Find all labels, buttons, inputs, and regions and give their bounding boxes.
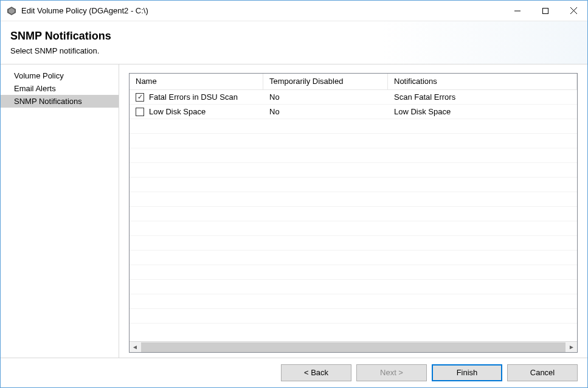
horizontal-scrollbar[interactable]: ◄ ► bbox=[130, 341, 577, 352]
table-row-empty bbox=[130, 134, 577, 148]
row-notifications: Low Disk Space bbox=[388, 107, 577, 116]
table-row-empty bbox=[130, 192, 577, 207]
svg-rect-3 bbox=[543, 8, 548, 13]
sidebar: Volume Policy Email Alerts SNMP Notifica… bbox=[1, 64, 119, 358]
window-title: Edit Volume Policy (DGAgent2 - C:\) bbox=[21, 6, 503, 15]
table-row-empty bbox=[130, 280, 577, 294]
table-row-empty bbox=[130, 251, 577, 265]
row-disabled: No bbox=[263, 92, 388, 102]
sidebar-item-snmp-notifications[interactable]: SNMP Notifications bbox=[1, 95, 119, 108]
next-button: Next > bbox=[356, 364, 427, 381]
table-row-empty bbox=[130, 207, 577, 221]
table-row-empty bbox=[130, 294, 577, 309]
row-name: Low Disk Space bbox=[149, 107, 206, 116]
column-header-notifications[interactable]: Notifications bbox=[388, 74, 577, 89]
table-row-empty bbox=[130, 265, 577, 280]
row-name: Fatal Errors in DSU Scan bbox=[149, 92, 238, 102]
table-row[interactable]: ✓ Fatal Errors in DSU Scan No Scan Fatal… bbox=[130, 90, 577, 105]
footer: < Back Next > Finish Cancel bbox=[1, 358, 587, 387]
main-panel: Name Temporarily Disabled Notifications … bbox=[119, 64, 587, 358]
table-header: Name Temporarily Disabled Notifications bbox=[130, 74, 577, 90]
table-row[interactable]: Low Disk Space No Low Disk Space bbox=[130, 105, 577, 119]
table-row-empty bbox=[130, 163, 577, 178]
table-row-empty bbox=[130, 178, 577, 192]
app-icon bbox=[7, 6, 16, 16]
finish-button[interactable]: Finish bbox=[432, 364, 502, 381]
close-button[interactable] bbox=[559, 1, 587, 21]
row-checkbox[interactable]: ✓ bbox=[136, 93, 144, 102]
sidebar-item-email-alerts[interactable]: Email Alerts bbox=[1, 82, 119, 95]
scroll-left-icon[interactable]: ◄ bbox=[130, 342, 140, 352]
body-container: Volume Policy Email Alerts SNMP Notifica… bbox=[1, 64, 587, 358]
page-title: SNMP Notifications bbox=[10, 30, 578, 43]
column-header-name[interactable]: Name bbox=[130, 74, 263, 89]
table-row-empty bbox=[130, 221, 577, 236]
titlebar: Edit Volume Policy (DGAgent2 - C:\) bbox=[1, 1, 587, 21]
back-button[interactable]: < Back bbox=[281, 364, 351, 381]
minimize-button[interactable] bbox=[503, 1, 531, 21]
notifications-table: Name Temporarily Disabled Notifications … bbox=[129, 73, 578, 353]
table-row-empty bbox=[130, 148, 577, 163]
table-row-empty bbox=[130, 236, 577, 251]
table-row-empty bbox=[130, 119, 577, 134]
row-notifications: Scan Fatal Errors bbox=[388, 92, 577, 102]
scroll-thumb[interactable] bbox=[141, 342, 566, 352]
window-controls bbox=[503, 1, 587, 21]
row-checkbox[interactable] bbox=[136, 108, 144, 116]
page-subtitle: Select SNMP notification. bbox=[10, 46, 578, 55]
cancel-button[interactable]: Cancel bbox=[507, 364, 578, 381]
column-header-disabled[interactable]: Temporarily Disabled bbox=[263, 74, 388, 89]
scroll-right-icon[interactable]: ► bbox=[566, 342, 577, 352]
table-body: ✓ Fatal Errors in DSU Scan No Scan Fatal… bbox=[130, 90, 577, 341]
row-disabled: No bbox=[263, 107, 388, 116]
sidebar-item-volume-policy[interactable]: Volume Policy bbox=[1, 69, 119, 82]
maximize-button[interactable] bbox=[531, 1, 559, 21]
table-row-empty bbox=[130, 309, 577, 324]
page-header: SNMP Notifications Select SNMP notificat… bbox=[1, 21, 587, 64]
